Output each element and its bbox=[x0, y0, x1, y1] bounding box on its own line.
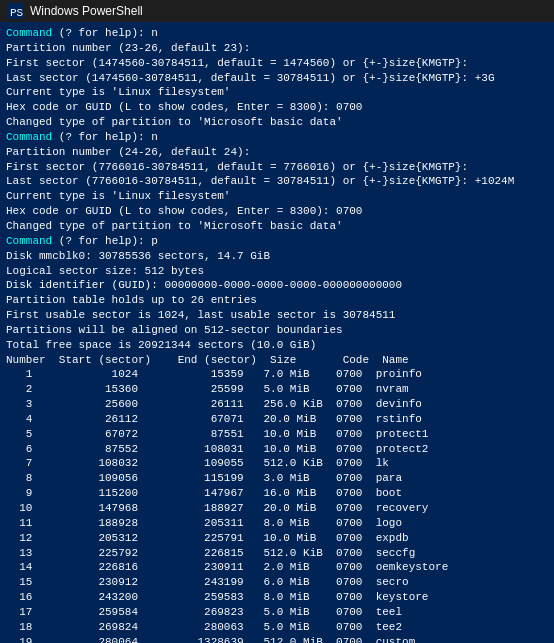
terminal-line: Command (? for help): n bbox=[6, 26, 548, 41]
terminal-line: First sector (7766016-30784511, default … bbox=[6, 160, 548, 175]
terminal-line: 14 226816 230911 2.0 MiB 0700 oemkeystor… bbox=[6, 560, 548, 575]
terminal-line: Last sector (1474560-30784511, default =… bbox=[6, 71, 548, 86]
terminal-line: 11 188928 205311 8.0 MiB 0700 logo bbox=[6, 516, 548, 531]
terminal-line: 10 147968 188927 20.0 MiB 0700 recovery bbox=[6, 501, 548, 516]
terminal-line: 12 205312 225791 10.0 MiB 0700 expdb bbox=[6, 531, 548, 546]
terminal-line: Current type is 'Linux filesystem' bbox=[6, 85, 548, 100]
terminal-line: Partitions will be aligned on 512-sector… bbox=[6, 323, 548, 338]
terminal-line: Changed type of partition to 'Microsoft … bbox=[6, 219, 548, 234]
terminal-line: 16 243200 259583 8.0 MiB 0700 keystore bbox=[6, 590, 548, 605]
terminal-line: Hex code or GUID (L to show codes, Enter… bbox=[6, 204, 548, 219]
terminal-line: 13 225792 226815 512.0 KiB 0700 seccfg bbox=[6, 546, 548, 561]
terminal-line: Disk mmcblk0: 30785536 sectors, 14.7 GiB bbox=[6, 249, 548, 264]
terminal-line: Logical sector size: 512 bytes bbox=[6, 264, 548, 279]
terminal-line: Number Start (sector) End (sector) Size … bbox=[6, 353, 548, 368]
terminal-line: 18 269824 280063 5.0 MiB 0700 tee2 bbox=[6, 620, 548, 635]
terminal-line: Hex code or GUID (L to show codes, Enter… bbox=[6, 100, 548, 115]
terminal-line: 3 25600 26111 256.0 KiB 0700 devinfo bbox=[6, 397, 548, 412]
terminal-line: 8 109056 115199 3.0 MiB 0700 para bbox=[6, 471, 548, 486]
terminal-line: Partition number (24-26, default 24): bbox=[6, 145, 548, 160]
terminal-line: Total free space is 20921344 sectors (10… bbox=[6, 338, 548, 353]
terminal-line: 2 15360 25599 5.0 MiB 0700 nvram bbox=[6, 382, 548, 397]
terminal-line: 5 67072 87551 10.0 MiB 0700 protect1 bbox=[6, 427, 548, 442]
terminal-line: 15 230912 243199 6.0 MiB 0700 secro bbox=[6, 575, 548, 590]
terminal-line: Partition table holds up to 26 entries bbox=[6, 293, 548, 308]
terminal-line: 17 259584 269823 5.0 MiB 0700 teel bbox=[6, 605, 548, 620]
terminal-line: Command (? for help): n bbox=[6, 130, 548, 145]
terminal-line: 4 26112 67071 20.0 MiB 0700 rstinfo bbox=[6, 412, 548, 427]
powershell-icon: PS bbox=[8, 3, 24, 19]
terminal-line: Changed type of partition to 'Microsoft … bbox=[6, 115, 548, 130]
terminal-line: 7 108032 109055 512.0 KiB 0700 lk bbox=[6, 456, 548, 471]
terminal-line: First sector (1474560-30784511, default … bbox=[6, 56, 548, 71]
terminal-line: Last sector (7766016-30784511, default =… bbox=[6, 174, 548, 189]
terminal-line: 19 280064 1328639 512.0 MiB 0700 custom bbox=[6, 635, 548, 643]
terminal-line: 6 87552 108031 10.0 MiB 0700 protect2 bbox=[6, 442, 548, 457]
terminal-line: Disk identifier (GUID): 00000000-0000-00… bbox=[6, 278, 548, 293]
terminal-line: Command (? for help): p bbox=[6, 234, 548, 249]
terminal-line: 1 1024 15359 7.0 MiB 0700 proinfo bbox=[6, 367, 548, 382]
title-bar-text: Windows PowerShell bbox=[30, 4, 546, 18]
title-bar: PS Windows PowerShell bbox=[0, 0, 554, 22]
svg-text:PS: PS bbox=[10, 7, 24, 19]
terminal-line: First usable sector is 1024, last usable… bbox=[6, 308, 548, 323]
terminal-line: 9 115200 147967 16.0 MiB 0700 boot bbox=[6, 486, 548, 501]
terminal[interactable]: Command (? for help): nPartition number … bbox=[0, 22, 554, 643]
terminal-line: Partition number (23-26, default 23): bbox=[6, 41, 548, 56]
terminal-line: Current type is 'Linux filesystem' bbox=[6, 189, 548, 204]
